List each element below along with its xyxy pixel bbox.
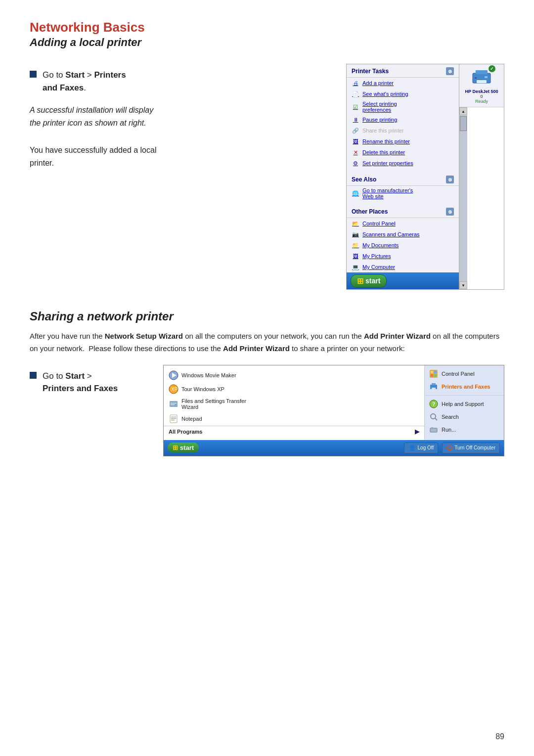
logoff-icon: 👤 xyxy=(408,445,416,451)
svg-rect-1 xyxy=(476,70,488,74)
printer-icon-container: ✓ xyxy=(470,67,493,88)
files-settings-label: Files and Settings TransferWizard xyxy=(181,398,246,410)
search-icon-svg xyxy=(429,412,438,421)
xp-panel: Printer Tasks ⊗ 🖨 Add a printer 📄 See wh… xyxy=(346,64,459,290)
start-menu-body: Windows Movie Maker XP Tour Windows XP xyxy=(164,365,504,440)
my-pictures-icon: 🖼 xyxy=(352,252,359,260)
sm-control-panel[interactable]: Control Panel xyxy=(425,367,504,380)
add-printer-label: Add a printer xyxy=(362,80,394,86)
scroll-thumb[interactable] xyxy=(460,116,467,131)
hp-printer-status: Ready xyxy=(475,99,488,104)
printer-tasks-items: 🖨 Add a printer 📄 See what's printing ☑ … xyxy=(347,78,459,169)
manufacturer-icon: 🌐 xyxy=(352,189,359,197)
share-printer-item: 🔗 Share this printer xyxy=(347,125,459,136)
printer-panel-row: Printer Tasks ⊗ 🖨 Add a printer 📄 See wh… xyxy=(346,64,504,290)
goto-manufacturer-label: Go to manufacturer'sWeb site xyxy=(362,187,413,199)
control-panel-icon: 📂 xyxy=(352,220,359,227)
page-number: 89 xyxy=(495,732,504,741)
sm-help-support[interactable]: ? Help and Support xyxy=(425,398,504,410)
hp-printer-count: 0 xyxy=(480,94,483,99)
sm-search-icon xyxy=(429,412,439,422)
other-places-label: Other Places xyxy=(352,208,388,215)
movie-icon-svg xyxy=(169,370,178,380)
my-pictures-item[interactable]: 🖼 My Pictures xyxy=(347,251,459,262)
svg-rect-15 xyxy=(171,420,175,420)
movie-maker-icon xyxy=(169,370,178,380)
pause-printing-item[interactable]: ⏸ Pause printing xyxy=(347,114,459,125)
scroll-down-btn[interactable]: ▼ xyxy=(459,281,467,289)
scroll-up-btn[interactable]: ▲ xyxy=(459,107,467,115)
section1-layout: Go to Start > Printersand Faxes. A succe… xyxy=(30,64,504,290)
section2-title: Sharing a network printer xyxy=(30,310,504,323)
tour-icon-svg: XP xyxy=(169,384,178,394)
control-panel-icon-svg xyxy=(429,369,438,378)
printer-tasks-header: Printer Tasks ⊗ xyxy=(347,64,459,78)
sm-printers-faxes[interactable]: Printers and Faxes xyxy=(425,380,504,393)
svg-rect-4 xyxy=(475,77,477,79)
all-programs-arrow: ▶ xyxy=(415,428,419,435)
sm-start-button[interactable]: ⊞ start xyxy=(168,443,199,453)
files-settings-icon xyxy=(169,399,178,409)
svg-rect-11 xyxy=(171,404,175,405)
my-computer-item[interactable]: 💻 My Computer xyxy=(347,262,459,272)
my-documents-label: My Documents xyxy=(362,242,399,248)
delete-printer-item[interactable]: ✕ Delete this printer xyxy=(347,147,459,158)
turnoff-icon: ⏻ xyxy=(446,445,452,451)
notepad-label: Notepad xyxy=(181,416,202,422)
add-printer-item[interactable]: 🖨 Add a printer xyxy=(347,78,459,89)
sm-search[interactable]: Search xyxy=(425,410,504,423)
search-sm-label: Search xyxy=(442,414,459,420)
logoff-button[interactable]: 👤 Log Off xyxy=(404,443,439,453)
svg-rect-2 xyxy=(477,80,487,83)
goto-manufacturer-item[interactable]: 🌐 Go to manufacturer'sWeb site xyxy=(347,186,459,201)
sm-run[interactable]: Run... xyxy=(425,423,504,436)
see-also-collapse-btn[interactable]: ⊗ xyxy=(446,176,454,183)
sm-start-label: start xyxy=(180,444,194,451)
svg-rect-17 xyxy=(431,371,433,373)
sm-start-flag-icon: ⊞ xyxy=(173,444,178,451)
sm-tour-windows[interactable]: XP Tour Windows XP xyxy=(164,382,424,396)
see-printing-icon: 📄 xyxy=(352,90,359,98)
see-also-label: See Also xyxy=(352,176,376,183)
printer-tasks-collapse-btn[interactable]: ⊗ xyxy=(446,67,454,75)
my-computer-label: My Computer xyxy=(362,264,395,270)
svg-rect-10 xyxy=(171,403,177,403)
select-printing-pref-item[interactable]: ☑ Select printingpreferences xyxy=(347,99,459,114)
start-menu-panel: Windows Movie Maker XP Tour Windows XP xyxy=(163,365,504,456)
pause-label: Pause printing xyxy=(362,117,397,123)
svg-rect-14 xyxy=(171,418,176,419)
panel-right-side: ✓ HP DeskJet 500 0 Ready xyxy=(459,64,504,290)
see-whats-printing-item[interactable]: 📄 See what's printing xyxy=(347,89,459,99)
scanners-cameras-item[interactable]: 📷 Scanners and Cameras xyxy=(347,229,459,240)
delete-label: Delete this printer xyxy=(362,149,405,155)
printer-tasks-label: Printer Tasks xyxy=(352,68,389,75)
bullet2-go-to-start: Go to Start > Printers and Faxes xyxy=(30,370,148,395)
other-places-collapse-btn[interactable]: ⊗ xyxy=(446,208,454,216)
all-programs-item[interactable]: All Programs ▶ xyxy=(164,426,424,437)
notepad-icon xyxy=(169,414,178,424)
svg-rect-3 xyxy=(485,76,488,78)
svg-rect-9 xyxy=(170,401,178,407)
my-pictures-label: My Pictures xyxy=(362,253,391,259)
section2-left: Go to Start > Printers and Faxes xyxy=(30,365,148,456)
sm-windows-movie-maker[interactable]: Windows Movie Maker xyxy=(164,368,424,382)
turnoff-button[interactable]: ⏻ Turn Off Computer xyxy=(442,443,500,453)
sm-files-settings[interactable]: Files and Settings TransferWizard xyxy=(164,396,424,412)
notepad-icon-svg xyxy=(169,414,178,424)
control-panel-item[interactable]: 📂 Control Panel xyxy=(347,218,459,229)
normal-text2: printer. xyxy=(30,159,54,167)
sm-printers-icon xyxy=(429,382,439,392)
set-printer-props-item[interactable]: ⚙ Set printer properties xyxy=(347,158,459,169)
rename-printer-item[interactable]: 🖼 Rename this printer xyxy=(347,136,459,147)
sm-notepad[interactable]: Notepad xyxy=(164,412,424,426)
start-button[interactable]: ⊞ start xyxy=(351,274,387,288)
movie-maker-label: Windows Movie Maker xyxy=(181,372,236,378)
scanners-cameras-label: Scanners and Cameras xyxy=(362,231,420,237)
rename-label: Rename this printer xyxy=(362,138,410,144)
help-icon-svg: ? xyxy=(429,400,438,408)
my-computer-icon: 💻 xyxy=(352,263,359,271)
svg-rect-19 xyxy=(431,374,433,377)
my-documents-item[interactable]: 📁 My Documents xyxy=(347,240,459,251)
svg-text:?: ? xyxy=(432,401,435,407)
sm-run-icon xyxy=(429,425,439,435)
